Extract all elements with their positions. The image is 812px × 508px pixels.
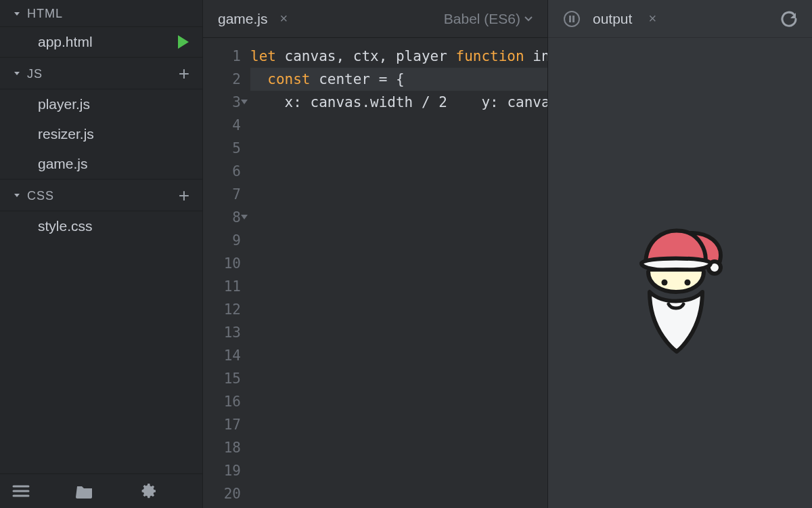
section-label: CSS xyxy=(27,189,179,203)
output-tabbar: output × xyxy=(548,0,812,38)
caret-down-icon xyxy=(14,192,20,199)
line-number: 20 xyxy=(203,482,241,505)
code-line[interactable] xyxy=(447,48,456,64)
svg-point-8 xyxy=(685,280,691,286)
line-number: 9 xyxy=(203,229,241,252)
section-label: JS xyxy=(27,67,179,81)
sidebar-footer xyxy=(0,473,202,508)
svg-point-3 xyxy=(564,12,579,26)
pause-icon[interactable] xyxy=(563,10,581,28)
section-header-css[interactable]: CSS+ xyxy=(0,179,202,211)
line-number: 4 xyxy=(203,114,241,137)
add-file-icon[interactable]: + xyxy=(179,64,190,83)
line-number: 16 xyxy=(203,390,241,413)
add-file-icon[interactable]: + xyxy=(179,186,190,205)
line-number: 18 xyxy=(203,436,241,459)
file-item[interactable]: resizer.js xyxy=(0,119,202,149)
svg-rect-5 xyxy=(572,16,574,22)
line-number: 12 xyxy=(203,298,241,321)
close-output-icon[interactable]: × xyxy=(648,11,656,26)
output-pane: output × xyxy=(548,0,812,508)
line-number: 13 xyxy=(203,321,241,344)
code-area[interactable]: 1234567891011121314151617181920 let canv… xyxy=(203,38,547,508)
code-line[interactable]: const center = { xyxy=(250,68,547,91)
editor-pane: game.js × Babel (ES6) 123456789101112131… xyxy=(203,0,548,508)
run-icon[interactable] xyxy=(177,35,190,49)
line-number: 2 xyxy=(203,68,241,91)
line-number: 5 xyxy=(203,137,241,160)
refresh-icon[interactable] xyxy=(780,10,797,28)
section-label: HTML xyxy=(27,7,190,21)
code-line[interactable]: y: canvas.height / 2 xyxy=(447,94,547,110)
caret-down-icon xyxy=(14,11,20,18)
code-line[interactable]: function init() { xyxy=(455,48,547,64)
editor-tabbar: game.js × Babel (ES6) xyxy=(203,0,547,38)
caret-down-icon xyxy=(14,70,20,77)
close-tab-icon[interactable]: × xyxy=(280,11,288,26)
line-number: 17 xyxy=(203,413,241,436)
file-name: player.js xyxy=(38,96,90,112)
menu-icon[interactable] xyxy=(12,484,30,498)
svg-rect-4 xyxy=(569,16,571,22)
file-name: app.html xyxy=(38,34,93,50)
file-name: game.js xyxy=(38,156,88,172)
gear-icon[interactable] xyxy=(139,482,157,500)
output-tab[interactable]: output xyxy=(593,11,632,27)
line-number: 7 xyxy=(203,183,241,206)
gutter: 1234567891011121314151617181920 xyxy=(203,45,250,508)
line-number: 15 xyxy=(203,367,241,390)
language-select[interactable]: Babel (ES6) xyxy=(444,11,533,27)
file-item[interactable]: game.js xyxy=(0,149,202,179)
sidebar: HTMLapp.htmlJS+player.jsresizer.jsgame.j… xyxy=(0,0,203,508)
svg-point-7 xyxy=(662,280,668,286)
editor-tab[interactable]: game.js xyxy=(218,11,268,27)
line-number: 3 xyxy=(203,91,241,114)
line-number: 8 xyxy=(203,206,241,229)
section-header-js[interactable]: JS+ xyxy=(0,57,202,89)
output-canvas[interactable] xyxy=(548,38,812,508)
code-line[interactable]: let canvas, ctx, player xyxy=(250,48,447,64)
language-label: Babel (ES6) xyxy=(444,11,520,27)
file-item[interactable]: player.js xyxy=(0,89,202,119)
line-number: 11 xyxy=(203,275,241,298)
line-number: 1 xyxy=(203,45,241,68)
code-line[interactable]: x: canvas.width / 2 xyxy=(250,94,447,110)
folder-icon[interactable] xyxy=(76,484,93,499)
file-item[interactable]: app.html xyxy=(0,27,202,57)
line-number: 14 xyxy=(203,344,241,367)
code[interactable]: let canvas, ctx, player function init() … xyxy=(250,45,547,508)
line-number: 6 xyxy=(203,160,241,183)
santa-sprite xyxy=(629,224,731,362)
chevron-down-icon xyxy=(524,16,533,22)
file-name: resizer.js xyxy=(38,126,94,142)
file-name: style.css xyxy=(38,218,93,234)
line-number: 10 xyxy=(203,252,241,275)
line-number: 19 xyxy=(203,459,241,482)
section-header-html[interactable]: HTML xyxy=(0,0,202,27)
file-item[interactable]: style.css xyxy=(0,211,202,241)
